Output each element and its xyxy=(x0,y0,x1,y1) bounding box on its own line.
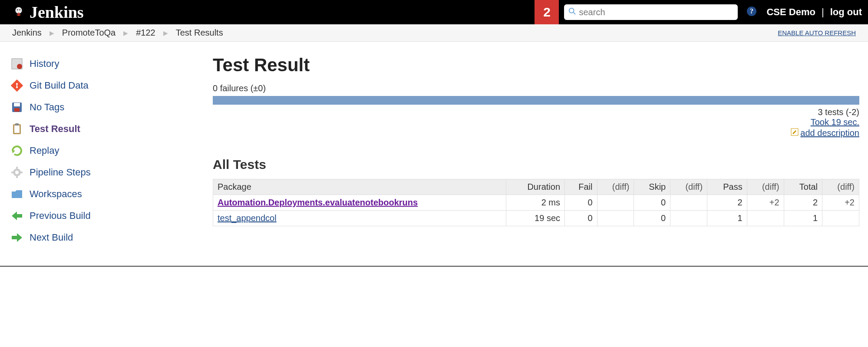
col-duration[interactable]: Duration xyxy=(506,179,564,195)
arrow-right-icon xyxy=(10,231,23,244)
disk-icon xyxy=(10,101,23,114)
chevron-right-icon: ▶ xyxy=(163,30,168,36)
tests-table: Package Duration Fail (diff) Skip (diff)… xyxy=(213,179,859,226)
jenkins-logo[interactable]: Jenkins xyxy=(0,3,84,22)
main-content: Test Result 0 failures (±0) 3 tests (-2)… xyxy=(213,42,868,266)
svg-text:?: ? xyxy=(750,7,753,15)
sidebar-item-label: Previous Build xyxy=(30,210,91,221)
cell-pass: 2 xyxy=(707,195,747,211)
chevron-right-icon: ▶ xyxy=(50,30,54,36)
notification-count: 2 xyxy=(543,5,551,20)
svg-rect-16 xyxy=(14,108,20,112)
sidebar-item-label: Pipeline Steps xyxy=(30,167,91,178)
svg-point-1 xyxy=(17,9,18,10)
cell-fail-diff xyxy=(597,211,634,226)
svg-rect-3 xyxy=(18,13,20,14)
search-box[interactable] xyxy=(564,4,738,20)
svg-point-0 xyxy=(16,7,22,13)
cell-skip-diff xyxy=(670,211,707,226)
cell-duration: 2 ms xyxy=(506,195,564,211)
sidebar-item-label: Git Build Data xyxy=(30,80,89,91)
package-link[interactable]: Automation.Deployments.evaluatenotebookr… xyxy=(218,198,418,207)
sidebar-item-label: Replay xyxy=(30,145,59,156)
enable-auto-refresh-link[interactable]: ENABLE AUTO REFRESH xyxy=(778,29,856,36)
header-bar: Jenkins 2 ? CSE Demo | log out xyxy=(0,0,868,24)
sidebar-item-label: Test Result xyxy=(30,123,80,135)
breadcrumb-item-jenkins[interactable]: Jenkins xyxy=(12,28,42,38)
svg-point-9 xyxy=(17,64,22,69)
help-icon[interactable]: ? xyxy=(743,6,760,19)
chevron-right-icon: ▶ xyxy=(123,30,128,36)
col-pass-diff[interactable]: (diff) xyxy=(747,179,784,195)
folder-icon xyxy=(10,188,23,201)
user-link[interactable]: CSE Demo xyxy=(760,7,821,18)
jenkins-logo-icon xyxy=(12,6,25,19)
page-title: Test Result xyxy=(213,55,859,76)
search-input[interactable] xyxy=(576,7,733,17)
breadcrumb: Jenkins ▶ PromoteToQa ▶ #122 ▶ Test Resu… xyxy=(0,24,868,42)
package-link[interactable]: test_appendcol xyxy=(218,213,277,223)
sidebar-item-label: No Tags xyxy=(30,102,64,113)
brand-text: Jenkins xyxy=(30,3,84,22)
test-count-summary: 3 tests (-2) xyxy=(213,107,859,117)
cell-fail: 0 xyxy=(565,195,597,211)
svg-marker-28 xyxy=(12,233,22,242)
sidebar-item-prev[interactable]: Previous Build xyxy=(10,205,213,227)
cell-total: 2 xyxy=(784,195,822,211)
cell-pass: 1 xyxy=(707,211,747,226)
col-total[interactable]: Total xyxy=(784,179,822,195)
sidebar-item-testresult[interactable]: Test Result xyxy=(10,118,213,140)
all-tests-heading: All Tests xyxy=(213,157,859,172)
add-description-link[interactable]: add description xyxy=(800,128,859,138)
failures-summary: 0 failures (±0) xyxy=(213,83,859,93)
svg-rect-18 xyxy=(14,126,20,133)
svg-point-22 xyxy=(15,171,19,174)
col-total-diff[interactable]: (diff) xyxy=(822,179,859,195)
breadcrumb-item-page[interactable]: Test Results xyxy=(176,28,223,38)
svg-point-4 xyxy=(569,8,574,13)
svg-rect-15 xyxy=(14,103,20,106)
col-skip-diff[interactable]: (diff) xyxy=(670,179,707,195)
cell-skip: 0 xyxy=(634,211,670,226)
cell-fail: 0 xyxy=(565,211,597,226)
col-package[interactable]: Package xyxy=(213,179,506,195)
clipboard-icon xyxy=(10,122,23,135)
cell-total-diff xyxy=(822,211,859,226)
sidebar-item-pipeline[interactable]: Pipeline Steps xyxy=(10,162,213,183)
cell-pass-diff: +2 xyxy=(747,195,784,211)
arrow-left-icon xyxy=(10,209,23,222)
sidebar-item-git[interactable]: Git Build Data xyxy=(10,75,213,96)
search-icon xyxy=(568,7,576,17)
notification-badge[interactable]: 2 xyxy=(535,0,559,24)
cell-pass-diff xyxy=(747,211,784,226)
col-skip[interactable]: Skip xyxy=(634,179,670,195)
duration-link[interactable]: Took 19 sec. xyxy=(811,117,859,127)
svg-rect-19 xyxy=(15,123,19,126)
breadcrumb-item-build[interactable]: #122 xyxy=(136,28,155,38)
sidebar-item-label: Next Build xyxy=(30,232,73,243)
sidebar-item-label: History xyxy=(30,58,59,69)
sidebar-item-replay[interactable]: Replay xyxy=(10,140,213,162)
test-progress-bar xyxy=(213,96,859,105)
cell-duration: 19 sec xyxy=(506,211,564,226)
sidebar-item-notags[interactable]: No Tags xyxy=(10,96,213,118)
table-row: Automation.Deployments.evaluatenotebookr… xyxy=(213,195,859,211)
cell-total-diff: +2 xyxy=(822,195,859,211)
sidebar-item-next[interactable]: Next Build xyxy=(10,227,213,248)
svg-point-2 xyxy=(19,9,20,10)
logout-link[interactable]: log out xyxy=(824,7,868,18)
col-pass[interactable]: Pass xyxy=(707,179,747,195)
col-fail-diff[interactable]: (diff) xyxy=(597,179,634,195)
sidebar-item-label: Workspaces xyxy=(30,188,82,200)
sidebar-item-workspaces[interactable]: Workspaces xyxy=(10,183,213,205)
svg-marker-20 xyxy=(12,150,15,153)
svg-line-5 xyxy=(574,12,576,14)
cell-fail-diff xyxy=(597,195,634,211)
replay-icon xyxy=(10,144,23,157)
col-fail[interactable]: Fail xyxy=(565,179,597,195)
cell-skip: 0 xyxy=(634,195,670,211)
git-icon xyxy=(10,79,23,92)
sidebar-item-history[interactable]: History xyxy=(10,53,213,75)
breadcrumb-item-project[interactable]: PromoteToQa xyxy=(62,28,116,38)
gear-icon xyxy=(10,166,23,179)
